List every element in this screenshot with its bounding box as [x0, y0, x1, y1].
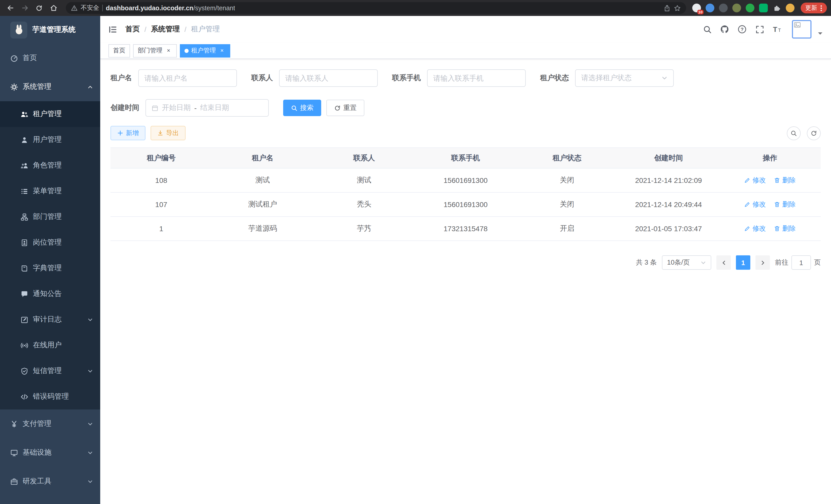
status-select[interactable]: 请选择租户状态 [575, 69, 674, 87]
gear-icon [10, 83, 18, 91]
sidebar-item-audit-log[interactable]: 审计日志 [0, 307, 100, 332]
extension-icon-1[interactable]: 10 [692, 4, 701, 12]
sidebar-item-post[interactable]: 岗位管理 [0, 230, 100, 255]
sidebar-item-notice[interactable]: 通知公告 [0, 281, 100, 307]
github-icon[interactable] [718, 23, 731, 36]
date-range-picker[interactable]: 开始日期 - 结束日期 [145, 99, 269, 117]
tags-view: 首页 部门管理 × 租户管理 × [100, 42, 831, 59]
sidebar-item-role[interactable]: 角色管理 [0, 153, 100, 178]
fullscreen-icon[interactable] [753, 23, 766, 36]
app-title: 芋道管理系统 [32, 25, 76, 34]
font-size-icon[interactable]: TT [770, 23, 784, 36]
profile-avatar[interactable] [786, 4, 795, 12]
page-size-select[interactable]: 10条/页 [662, 255, 711, 270]
badge-icon [21, 239, 28, 246]
share-icon[interactable] [663, 4, 671, 11]
breadcrumb-system[interactable]: 系统管理 [151, 25, 180, 34]
delete-link[interactable]: 删除 [774, 224, 796, 233]
goto-label: 前往 [775, 258, 789, 267]
svg-text:T: T [778, 28, 781, 33]
sidebar-fold-icon[interactable] [109, 25, 117, 34]
tenant-name-input[interactable] [138, 69, 237, 87]
tab-close-icon[interactable]: × [219, 47, 226, 54]
refresh-icon-button[interactable] [807, 126, 821, 140]
cell-phone: 17321315478 [415, 216, 516, 241]
sidebar-item-system[interactable]: 系统管理 [0, 72, 100, 101]
home-icon[interactable] [47, 2, 60, 14]
avatar[interactable] [792, 20, 811, 38]
help-icon[interactable]: ? [736, 23, 749, 36]
bookmark-star-icon[interactable] [674, 4, 681, 11]
contact-input[interactable] [279, 69, 378, 87]
back-icon[interactable] [4, 2, 17, 14]
extension-icon-6[interactable] [759, 4, 768, 12]
sidebar-item-user[interactable]: 用户管理 [0, 127, 100, 153]
goto-page-input[interactable] [792, 255, 811, 270]
book-icon [21, 264, 28, 272]
chevron-down-icon [661, 75, 667, 81]
status-select-placeholder: 请选择租户状态 [581, 73, 632, 83]
sidebar-item-menu[interactable]: 菜单管理 [0, 178, 100, 204]
filter-label: 租户状态 [540, 73, 569, 83]
sidebar-item-label: 审计日志 [33, 315, 62, 324]
cell-status: 关闭 [516, 192, 618, 216]
sidebar-item-infra[interactable]: 基础设施 [0, 438, 100, 467]
search-button-label: 搜索 [300, 103, 314, 113]
sidebar-item-label: 基础设施 [23, 448, 51, 457]
table-toolbar: 新增 导出 [111, 126, 821, 140]
sidebar-item-payment[interactable]: 支付管理 [0, 410, 100, 438]
forward-icon[interactable] [19, 2, 31, 14]
contact-input-field[interactable] [285, 74, 372, 82]
logo[interactable]: 芋道管理系统 [0, 16, 100, 44]
extension-icon-5[interactable] [746, 4, 754, 12]
cell-tenant-id: 108 [111, 168, 212, 192]
sidebar-item-online-users[interactable]: 在线用户 [0, 332, 100, 358]
sidebar-item-home[interactable]: 首页 [0, 44, 100, 72]
extension-icon-3[interactable] [719, 4, 728, 12]
sidebar-item-label: 短信管理 [33, 366, 62, 376]
sidebar-item-dict[interactable]: 字典管理 [0, 255, 100, 281]
sidebar-item-label: 角色管理 [33, 161, 62, 170]
extension-icon-4[interactable] [732, 4, 741, 12]
export-button[interactable]: 导出 [150, 126, 185, 140]
edit-link[interactable]: 修改 [744, 200, 766, 209]
edit-link[interactable]: 修改 [744, 176, 766, 185]
browser-menu-icon[interactable] [820, 4, 822, 11]
tenant-name-input-field[interactable] [144, 74, 231, 82]
add-button[interactable]: 新增 [111, 126, 145, 140]
reload-icon[interactable] [33, 2, 45, 14]
tab-tenant[interactable]: 租户管理 × [180, 44, 230, 57]
reset-button[interactable]: 重置 [326, 100, 364, 116]
search-icon[interactable] [700, 23, 714, 36]
extensions-puzzle-icon[interactable] [772, 4, 781, 12]
caret-down-icon[interactable] [818, 29, 823, 37]
sidebar-item-tenant[interactable]: 租户管理 [0, 101, 100, 127]
tab-home[interactable]: 首页 [109, 44, 130, 57]
sidebar-item-devtools[interactable]: 研发工具 [0, 467, 100, 496]
prev-page-button[interactable] [716, 255, 731, 270]
tab-dept[interactable]: 部门管理 × [133, 44, 177, 57]
sidebar-item-error-code[interactable]: 错误码管理 [0, 384, 100, 410]
sidebar-item-dept[interactable]: 部门管理 [0, 204, 100, 230]
security-label[interactable]: 不安全 [81, 4, 99, 12]
cell-created: 2021-12-14 21:02:09 [618, 168, 719, 192]
search-button[interactable]: 搜索 [283, 100, 321, 116]
url-text[interactable]: dashboard.yudao.iocoder.cn/system/tenant [106, 4, 235, 11]
table-row: 1 芋道源码 芋艿 17321315478 开启 2021-01-05 17:0… [111, 216, 821, 241]
phone-input-field[interactable] [433, 74, 520, 82]
extension-icon-2[interactable] [706, 4, 714, 12]
phone-input[interactable] [427, 69, 526, 87]
browser-toolbar: 不安全 dashboard.yudao.iocoder.cn/system/te… [0, 0, 831, 16]
address-bar[interactable]: 不安全 dashboard.yudao.iocoder.cn/system/te… [66, 2, 686, 14]
sidebar-item-sms[interactable]: 短信管理 [0, 358, 100, 384]
delete-link[interactable]: 删除 [774, 176, 796, 185]
update-button[interactable]: 更新 [801, 3, 827, 13]
tab-close-icon[interactable]: × [165, 47, 172, 54]
next-page-button[interactable] [755, 255, 770, 270]
delete-link[interactable]: 删除 [774, 200, 796, 209]
breadcrumb-home[interactable]: 首页 [125, 25, 140, 34]
toggle-search-icon-button[interactable] [787, 126, 801, 140]
tenant-table: 租户编号 租户名 联系人 联系手机 租户状态 创建时间 操作 108 测试 [111, 147, 821, 241]
page-number-1[interactable]: 1 [736, 255, 750, 270]
edit-link[interactable]: 修改 [744, 224, 766, 233]
